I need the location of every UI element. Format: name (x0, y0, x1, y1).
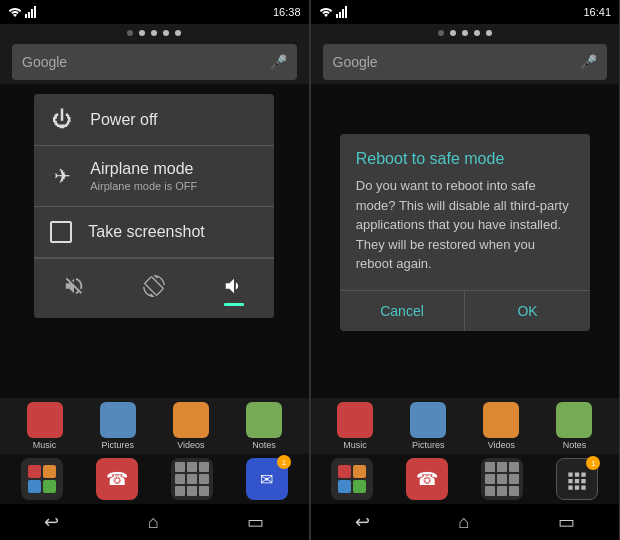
left-status-icons (8, 6, 37, 18)
power-off-icon: ⏻ (50, 108, 74, 131)
wifi-icon (8, 6, 22, 18)
right-mic-icon: 🎤 (580, 54, 597, 70)
svg-rect-3 (34, 6, 36, 18)
power-off-item[interactable]: ⏻ Power off (34, 94, 274, 146)
dock-icon-3[interactable] (171, 458, 213, 500)
power-off-label: Power off (90, 111, 157, 129)
svg-rect-0 (25, 14, 27, 18)
right-recents-button[interactable]: ▭ (548, 507, 585, 537)
right-back-button[interactable]: ↩ (345, 507, 380, 537)
app-videos[interactable]: Videos (173, 402, 209, 450)
right-dock-icon-4[interactable]: 1 (556, 458, 598, 500)
right-nav-bar: ↩ ⌂ ▭ (311, 504, 620, 540)
left-nav-bar: ↩ ⌂ ▭ (0, 504, 309, 540)
right-search-placeholder: Google (333, 54, 581, 70)
left-dots-row (0, 24, 309, 40)
quick-toggles (34, 258, 274, 318)
right-home-button[interactable]: ⌂ (448, 508, 479, 537)
left-dock: ☎ ✉ 1 (0, 454, 309, 504)
dot-5 (175, 30, 181, 36)
dialog-cancel-button[interactable]: Cancel (340, 291, 466, 331)
mute-icon (63, 275, 85, 297)
right-app-pictures[interactable]: Pictures (410, 402, 446, 450)
app-notes[interactable]: Notes (246, 402, 282, 450)
right-app-music[interactable]: Music (337, 402, 373, 450)
right-dot-2 (450, 30, 456, 36)
pictures-icon (100, 402, 136, 438)
svg-rect-7 (345, 6, 347, 18)
right-dock-icon-2[interactable]: ☎ (406, 458, 448, 500)
right-pictures-icon (410, 402, 446, 438)
svg-rect-2 (31, 9, 33, 18)
right-status-bar: 16:41 (311, 0, 620, 24)
right-dot-4 (474, 30, 480, 36)
screenshot-item[interactable]: Take screenshot (34, 207, 274, 258)
left-screen-content: Google 🎤 ⏻ Power off ✈ (0, 24, 309, 540)
svg-rect-5 (339, 12, 341, 18)
airplane-content: Airplane mode Airplane mode is OFF (90, 160, 197, 192)
music-icon (27, 402, 63, 438)
app-music[interactable]: Music (27, 402, 63, 450)
music-label: Music (33, 440, 57, 450)
right-signal-icon (336, 6, 348, 18)
right-dot-3 (462, 30, 468, 36)
svg-rect-1 (28, 12, 30, 18)
safe-mode-dialog: Reboot to safe mode Do you want to reboo… (340, 134, 590, 331)
power-menu-overlay: ⏻ Power off ✈ Airplane mode Airplane mod… (0, 84, 309, 398)
left-apps-grid: Music Pictures Videos Notes (0, 398, 309, 454)
power-off-content: Power off (90, 111, 157, 129)
dock-icon-4[interactable]: ✉ 1 (246, 458, 288, 500)
dialog-overlay: Reboot to safe mode Do you want to reboo… (311, 84, 620, 398)
back-button[interactable]: ↩ (34, 507, 69, 537)
rotate-toggle[interactable] (129, 269, 179, 308)
left-search-bar[interactable]: Google 🎤 (12, 44, 297, 80)
mute-toggle[interactable] (49, 269, 99, 308)
airplane-mode-item[interactable]: ✈ Airplane mode Airplane mode is OFF (34, 146, 274, 207)
home-button[interactable]: ⌂ (138, 508, 169, 537)
right-app-videos[interactable]: Videos (483, 402, 519, 450)
dialog-ok-button[interactable]: OK (465, 291, 590, 331)
dot-3 (151, 30, 157, 36)
airplane-icon: ✈ (50, 164, 74, 188)
svg-rect-4 (336, 14, 338, 18)
right-dock-icon-3[interactable] (481, 458, 523, 500)
right-dock-icon-1[interactable] (331, 458, 373, 500)
airplane-label: Airplane mode (90, 160, 197, 178)
dock-icon-2[interactable]: ☎ (96, 458, 138, 500)
dialog-actions: Cancel OK (340, 290, 590, 331)
dot-2 (139, 30, 145, 36)
recents-button[interactable]: ▭ (237, 507, 274, 537)
right-dot-1 (438, 30, 444, 36)
right-dock-badge: 1 (586, 456, 600, 470)
left-search-placeholder: Google (22, 54, 270, 70)
screenshot-icon (50, 221, 72, 243)
power-menu-box: ⏻ Power off ✈ Airplane mode Airplane mod… (34, 94, 274, 318)
right-status-icons (319, 6, 348, 18)
sound-toggle[interactable] (209, 269, 259, 308)
right-videos-label: Videos (488, 440, 515, 450)
pictures-label: Pictures (101, 440, 134, 450)
right-pictures-label: Pictures (412, 440, 445, 450)
app-pictures[interactable]: Pictures (100, 402, 136, 450)
videos-label: Videos (177, 440, 204, 450)
right-dots-row (311, 24, 620, 40)
dock-icon-1[interactable] (21, 458, 63, 500)
notes-icon (246, 402, 282, 438)
right-main-area: Reboot to safe mode Do you want to reboo… (311, 84, 620, 398)
left-mic-icon: 🎤 (270, 54, 287, 70)
right-music-icon (337, 402, 373, 438)
right-search-bar[interactable]: Google 🎤 (323, 44, 608, 80)
right-time: 16:41 (583, 6, 611, 18)
right-dock-icon-4-svg (564, 466, 590, 492)
right-apps-grid: Music Pictures Videos Notes (311, 398, 620, 454)
right-music-label: Music (343, 440, 367, 450)
dialog-body: Do you want to reboot into safe mode? Th… (340, 176, 590, 290)
left-main-area: ⏻ Power off ✈ Airplane mode Airplane mod… (0, 84, 309, 398)
dot-4 (163, 30, 169, 36)
right-app-notes[interactable]: Notes (556, 402, 592, 450)
dot-1 (127, 30, 133, 36)
right-screen-content: Google 🎤 Reboot to safe mode Do you want… (311, 24, 620, 540)
screenshot-label: Take screenshot (88, 223, 205, 241)
dock-badge: 1 (277, 455, 291, 469)
airplane-sublabel: Airplane mode is OFF (90, 180, 197, 192)
